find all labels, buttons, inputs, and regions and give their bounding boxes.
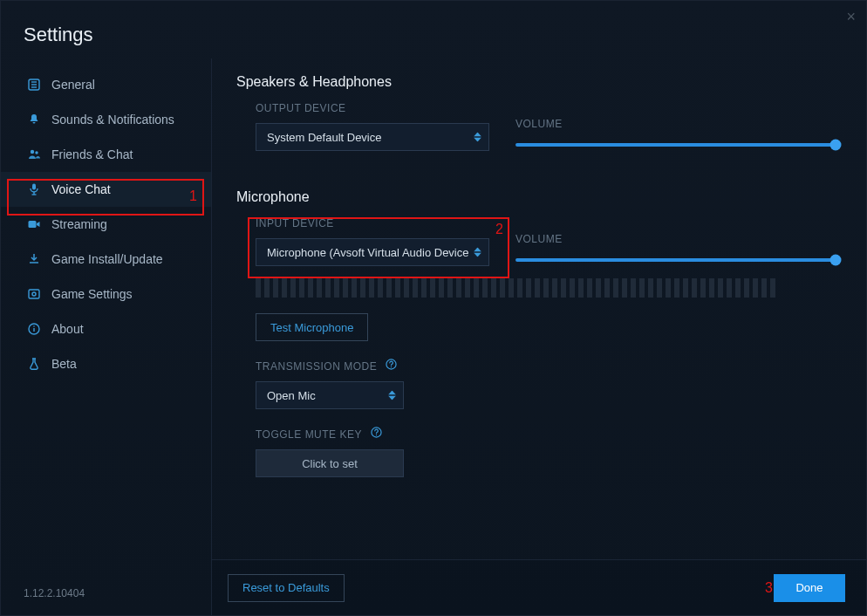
close-icon[interactable]: × <box>846 8 856 26</box>
help-icon[interactable] <box>371 427 382 438</box>
transmission-mode-value: Open Mic <box>267 389 316 402</box>
camera-icon <box>27 217 41 231</box>
input-device-select[interactable]: Microphone (Avsoft Virtual Audio Device <box>256 238 489 266</box>
sidebar-item-label: Game Install/Update <box>51 252 163 266</box>
sidebar-item-friends[interactable]: Friends & Chat <box>1 137 211 172</box>
mic-volume-slider[interactable] <box>515 254 842 266</box>
bell-icon <box>27 113 41 127</box>
svg-point-14 <box>33 325 35 327</box>
version-text: 1.12.2.10404 <box>1 587 211 615</box>
svg-point-11 <box>32 292 36 296</box>
microphone-section-title: Microphone <box>236 189 842 205</box>
speakers-section-title: Speakers & Headphones <box>236 74 842 90</box>
done-button[interactable]: Done <box>774 574 845 602</box>
sidebar-item-label: Streaming <box>51 217 107 231</box>
select-arrows-icon <box>474 133 481 142</box>
svg-point-4 <box>31 150 34 154</box>
mic-volume-label: VOLUME <box>515 233 842 245</box>
settings-window: × Settings General Sounds & Notification… <box>0 0 867 616</box>
svg-point-18 <box>375 435 376 435</box>
action-bar: Reset to Defaults Done <box>212 559 866 615</box>
download-icon <box>27 252 41 266</box>
speaker-volume-slider[interactable] <box>515 139 842 151</box>
sidebar: General Sounds & Notifications Friends &… <box>1 58 212 615</box>
svg-rect-10 <box>29 290 39 298</box>
select-arrows-icon <box>388 391 396 400</box>
svg-point-5 <box>35 151 38 154</box>
sidebar-item-label: General <box>51 78 95 92</box>
sidebar-item-voice-chat[interactable]: Voice Chat <box>1 172 211 207</box>
sidebar-item-sounds[interactable]: Sounds & Notifications <box>1 102 211 137</box>
sidebar-item-install-update[interactable]: Game Install/Update <box>1 242 211 277</box>
speaker-volume-label: VOLUME <box>515 118 842 130</box>
sidebar-item-streaming[interactable]: Streaming <box>1 207 211 242</box>
sidebar-item-general[interactable]: General <box>1 67 211 102</box>
svg-rect-6 <box>32 184 36 190</box>
output-device-select[interactable]: System Default Device <box>256 123 489 151</box>
output-device-value: System Default Device <box>267 131 382 144</box>
transmission-mode-select[interactable]: Open Mic <box>256 381 404 409</box>
toggle-mute-key-button[interactable]: Click to set <box>256 449 404 477</box>
sidebar-item-label: Voice Chat <box>51 182 111 196</box>
sidebar-item-about[interactable]: About <box>1 311 211 346</box>
flask-icon <box>27 357 41 371</box>
input-device-label: INPUT DEVICE <box>256 217 489 229</box>
sidebar-item-label: Friends & Chat <box>51 147 133 161</box>
info-icon <box>27 322 41 336</box>
sidebar-item-label: Beta <box>51 357 77 371</box>
transmission-mode-label: TRANSMISSION MODE <box>256 359 842 373</box>
reset-defaults-button[interactable]: Reset to Defaults <box>228 574 345 602</box>
friends-icon <box>27 147 41 161</box>
mic-level-meter <box>256 278 842 298</box>
sidebar-item-beta[interactable]: Beta <box>1 346 211 381</box>
svg-rect-9 <box>29 221 37 228</box>
sidebar-item-label: Game Settings <box>51 287 133 301</box>
input-device-value: Microphone (Avsoft Virtual Audio Device <box>267 246 468 259</box>
mic-icon <box>27 182 41 196</box>
test-microphone-button[interactable]: Test Microphone <box>256 313 368 341</box>
sidebar-item-label: About <box>51 322 84 336</box>
page-title: Settings <box>24 24 843 46</box>
settings-icon <box>27 78 41 92</box>
header: Settings <box>1 1 866 58</box>
main-panel: Speakers & Headphones OUTPUT DEVICE Syst… <box>212 58 866 615</box>
sidebar-item-label: Sounds & Notifications <box>51 113 174 127</box>
output-device-label: OUTPUT DEVICE <box>256 102 489 114</box>
svg-point-16 <box>391 366 392 367</box>
help-icon[interactable] <box>386 359 397 370</box>
select-arrows-icon <box>474 248 481 257</box>
sidebar-item-game-settings[interactable]: Game Settings <box>1 277 211 311</box>
toggle-mute-key-label: TOGGLE MUTE KEY <box>256 427 842 441</box>
gear-icon <box>27 287 41 301</box>
